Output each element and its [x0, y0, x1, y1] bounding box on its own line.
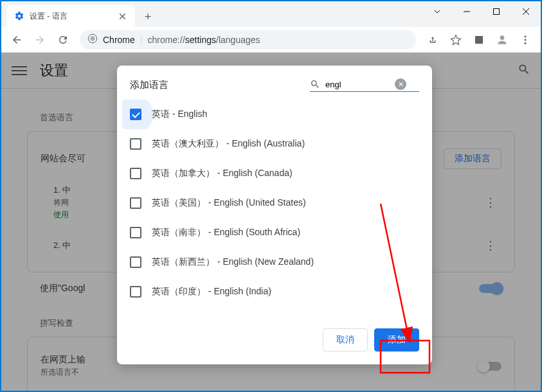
language-option-label: 英语（印度） - English (India)	[152, 286, 271, 298]
checkbox[interactable]	[130, 256, 141, 268]
extensions-icon[interactable]	[469, 30, 489, 50]
svg-rect-1	[494, 9, 500, 15]
dialog-title: 添加语言	[130, 79, 168, 91]
checkbox[interactable]	[130, 197, 141, 209]
language-option[interactable]: 英语（南非） - English (South Africa)	[122, 218, 427, 247]
svg-point-11	[525, 35, 527, 37]
browser-tab[interactable]: 设置 - 语言	[6, 5, 135, 27]
window-dropdown[interactable]	[422, 1, 452, 22]
window-maximize[interactable]	[482, 1, 511, 22]
gear-icon	[14, 11, 24, 21]
add-button[interactable]: 添加	[374, 328, 419, 352]
svg-rect-9	[475, 36, 483, 44]
back-button[interactable]	[6, 30, 27, 50]
url-scheme: chrome://	[147, 35, 185, 45]
language-option-label: 英语（新西兰） - English (New Zealand)	[152, 256, 314, 268]
url-page: settings	[185, 35, 216, 45]
browser-toolbar: Chrome | chrome:// settings /languages	[1, 27, 541, 53]
language-option-label: 英语 - English	[152, 109, 207, 120]
checkbox[interactable]	[130, 109, 141, 120]
add-language-dialog: 添加语言 ✕ 英语 - English英语（澳大利亚） - English (A…	[117, 66, 432, 364]
dialog-search[interactable]: ✕	[310, 78, 419, 92]
search-icon	[310, 79, 320, 89]
language-option-label: 英语（加拿大） - English (Canada)	[152, 168, 293, 179]
language-list[interactable]: 英语 - English英语（澳大利亚） - English (Australi…	[117, 100, 432, 318]
language-option-label: 英语（南非） - English (South Africa)	[152, 227, 300, 238]
window-close[interactable]	[511, 1, 541, 22]
language-option[interactable]: 英语（加拿大） - English (Canada)	[122, 159, 427, 188]
language-option[interactable]: 英语（印度） - English (India)	[122, 277, 427, 307]
security-icon	[87, 33, 98, 46]
dialog-search-input[interactable]	[325, 80, 390, 89]
language-option[interactable]: 英语（美国） - English (United States)	[122, 188, 427, 218]
new-tab-button[interactable]: +	[139, 8, 157, 26]
language-option[interactable]: 英语（新西兰） - English (New Zealand)	[122, 247, 427, 277]
clear-search-icon[interactable]: ✕	[395, 78, 406, 90]
window-minimize[interactable]	[452, 1, 482, 22]
checkbox[interactable]	[130, 286, 141, 298]
url-separator: |	[140, 35, 143, 45]
checkbox[interactable]	[130, 168, 141, 179]
language-option[interactable]: 英语 - English	[122, 100, 427, 129]
language-option-label: 英语（澳大利亚） - English (Australia)	[152, 138, 305, 150]
checkbox[interactable]	[130, 138, 141, 150]
menu-icon[interactable]	[515, 30, 536, 50]
reload-button[interactable]	[53, 30, 73, 50]
tab-title: 设置 - 语言	[30, 11, 68, 22]
profile-icon[interactable]	[492, 30, 512, 50]
bookmark-icon[interactable]	[446, 30, 466, 50]
svg-point-8	[92, 38, 93, 39]
svg-point-13	[525, 42, 527, 44]
tab-close-icon[interactable]	[117, 11, 127, 21]
cancel-button[interactable]: 取消	[323, 328, 368, 352]
address-bar[interactable]: Chrome | chrome:// settings /languages	[80, 30, 416, 49]
url-subpath: /languages	[216, 35, 260, 45]
forward-button[interactable]	[30, 30, 50, 50]
svg-point-10	[500, 35, 505, 40]
svg-point-12	[525, 39, 527, 40]
checkbox[interactable]	[130, 227, 141, 238]
url-host: Chrome	[103, 35, 135, 45]
language-option[interactable]: 英语（澳大利亚） - English (Australia)	[122, 129, 427, 159]
share-icon[interactable]	[422, 30, 443, 50]
language-option-label: 英语（美国） - English (United States)	[152, 197, 306, 209]
